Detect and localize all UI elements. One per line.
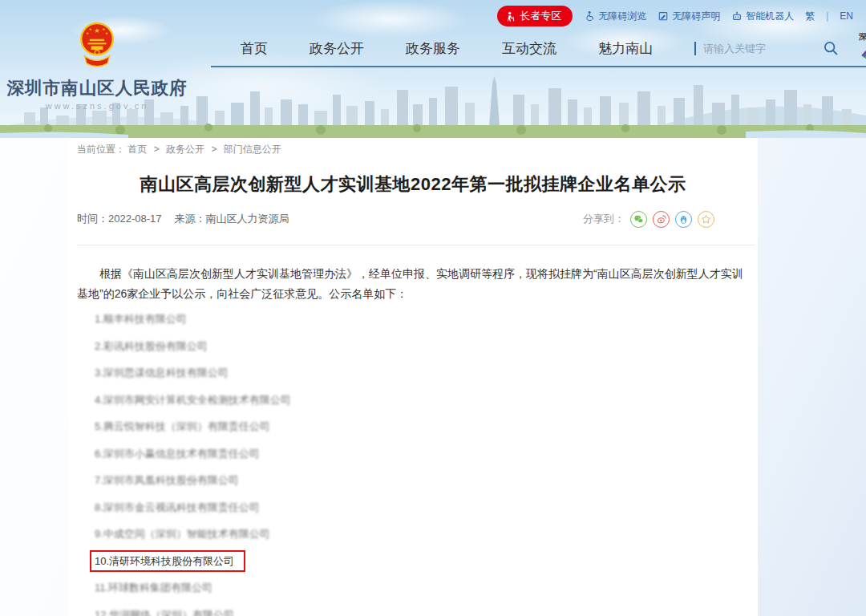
list-item: 6.深圳市小赢信息技术有限责任公司 [95,440,758,468]
accessibility-browse-label: 无障碍浏览 [598,10,646,23]
list-item: 4.深圳市网安计算机安全检测技术有限公司 [95,387,758,414]
lang-english-link[interactable]: EN [840,10,853,22]
wheelchair-icon [584,10,595,22]
nav-item-home[interactable]: 首页 [241,39,268,58]
share-qq-icon[interactable] [675,211,692,228]
breadcrumb-dept-info[interactable]: 部门信息公开 [224,144,281,155]
top-utility-bar: 长者专区 无障碍浏览 无障碍声明 [497,6,853,26]
company-name: 1.顺丰科技有限公司 [95,313,187,325]
publish-time: 时间：2022-08-17 [77,212,162,226]
article-meta: 时间：2022-08-17 来源：南山区人力资源局 分享到： [68,210,758,228]
company-name: 7.深圳市凤凰科技股份有限公司 [95,474,239,486]
svg-text:★: ★ [94,27,99,34]
company-name: 2.彩讯科技股份有限公司 [95,340,208,352]
robot-icon [731,10,743,22]
nav-item-gov-info[interactable]: 政务公开 [310,39,364,58]
share-favorite-icon[interactable] [698,211,714,228]
company-name: 4.深圳市网安计算机安全检测技术有限公司 [95,394,291,406]
breadcrumb-home[interactable]: 首页 [127,144,147,155]
list-item: 9.中成空间（深圳）智能技术有限公司 [95,521,758,548]
svg-text:★: ★ [105,31,108,35]
elder-zone-button[interactable]: 长者专区 [497,6,573,26]
article-source: 来源：南山区人力资源局 [175,212,289,226]
company-name: 5.腾云悦智科技（深圳）有限责任公司 [95,420,270,432]
share-label: 分享到： [583,212,625,226]
breadcrumb-gov-info[interactable]: 政务公开 [166,144,204,155]
meta-divider [77,245,755,245]
company-name: 8.深圳市金云视讯科技有限责任公司 [95,501,260,513]
page-title: 南山区高层次创新型人才实训基地2022年第一批拟挂牌企业名单公示 [68,174,758,195]
share-bar: 分享到： [583,211,714,228]
elder-zone-label: 长者专区 [520,9,561,23]
list-item: 8.深圳市金云视讯科技有限责任公司 [95,494,758,521]
company-name: 6.深圳市小赢信息技术有限责任公司 [95,448,260,460]
nav-item-interaction[interactable]: 互动交流 [502,39,556,58]
company-name: 11.环球数科集团有限公司 [95,582,212,594]
page-background: 当前位置： 首页 > 政务公开 > 部门信息公开 南山区高层次创新型人才实训基地… [0,138,866,616]
smart-robot-link[interactable]: 智能机器人 [731,10,794,23]
list-item: 12.华润网络（深圳）有限公司 [95,602,758,616]
accessibility-browse-link[interactable]: 无障碍浏览 [584,10,646,23]
company-list: 1.顺丰科技有限公司 2.彩讯科技股份有限公司 3.深圳思谋信息科技有限公司 4… [95,306,758,616]
list-item: 3.深圳思谋信息科技有限公司 [95,359,758,387]
lang-divider: | [826,10,828,22]
content-card: 当前位置： 首页 > 政务公开 > 部门信息公开 南山区高层次创新型人才实训基地… [68,138,758,616]
site-name: 深圳市南山区人民政府 [6,76,188,99]
list-item: 5.腾云悦智科技（深圳）有限责任公司 [95,413,758,440]
nav-item-gov-services[interactable]: 政务服务 [406,39,460,58]
site-url: www.szns.gov.cn [6,101,188,111]
list-item: 7.深圳市凤凰科技股份有限公司 [95,467,758,494]
shenzhen-china-logo: 深圳 SHENZHEN CHINA www.sz.gov.cn [856,30,866,67]
main-nav: 首页 政务公开 政务服务 互动交流 魅力南山 深圳 [211,30,866,67]
list-item: 11.环球数科集团有限公司 [95,574,758,602]
national-emblem-icon: ★ ★ ★ ★ ★ [79,19,115,72]
share-wechat-icon[interactable] [630,211,647,228]
header-banner: 长者专区 无障碍浏览 无障碍声明 [0,0,866,138]
company-name: 9.中成空间（深圳）智能技术有限公司 [95,528,270,540]
svg-text:★: ★ [102,27,105,31]
svg-text:★: ★ [86,31,89,35]
share-weibo-icon[interactable] [653,211,670,228]
nav-item-charm-nanshan[interactable]: 魅力南山 [598,39,653,58]
breadcrumb-prefix: 当前位置： [77,144,125,155]
list-item: 2.彩讯科技股份有限公司 [95,333,758,360]
list-item: 1.顺丰科技有限公司 [95,306,758,333]
smart-robot-label: 智能机器人 [746,10,794,23]
pen-icon [658,10,669,22]
site-logo[interactable]: ★ ★ ★ ★ ★ 深圳市南山区人民政府 www.szns.gov.cn [6,19,188,111]
company-name: 3.深圳思谋信息科技有限公司 [95,367,229,379]
search-input[interactable] [694,42,789,55]
elder-person-icon [505,11,516,22]
article-paragraph: 根据《南山区高层次创新型人才实训基地管理办法》，经单位申报、实地调研等程序，现将… [77,264,749,304]
company-name-highlighted: 10.清研环境科技股份有限公司 [90,550,245,572]
lang-traditional-link[interactable]: 繁 [805,10,815,23]
company-name: 12.华润网络（深圳）有限公司 [95,609,234,616]
accessibility-statement-link[interactable]: 无障碍声明 [658,10,720,23]
svg-text:深圳: 深圳 [858,32,866,41]
list-item-highlighted: 10.清研环境科技股份有限公司 [95,548,758,575]
accessibility-statement-label: 无障碍声明 [672,10,720,23]
breadcrumb: 当前位置： 首页 > 政务公开 > 部门信息公开 [77,143,758,156]
svg-text:★: ★ [89,27,92,31]
search-box [694,40,839,56]
search-icon[interactable] [823,40,839,56]
